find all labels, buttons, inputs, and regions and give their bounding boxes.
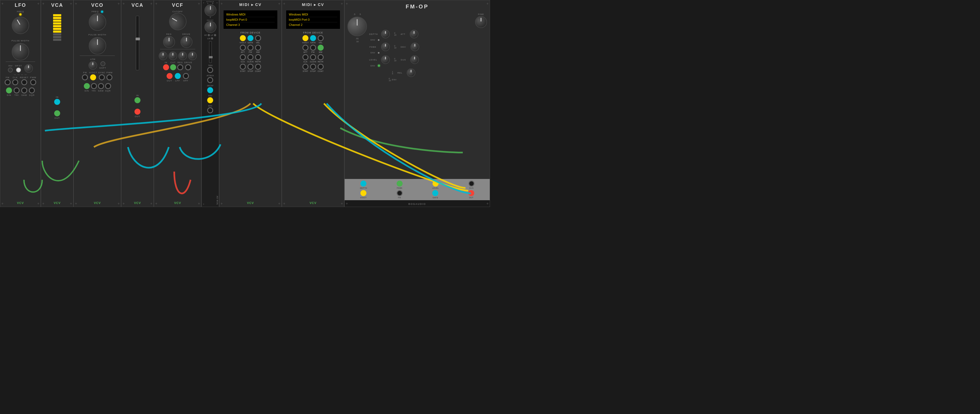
vca2-in-port[interactable] xyxy=(134,97,140,103)
adsr-trig-port[interactable] xyxy=(207,67,213,73)
fm-op-main-knob[interactable] xyxy=(347,17,367,36)
vcf-res-knob[interactable] xyxy=(163,36,175,48)
fm-op-depth-knob[interactable] xyxy=(381,30,390,38)
fm-op-out-port[interactable] xyxy=(468,190,474,196)
vco-pwm-port[interactable] xyxy=(107,74,113,80)
midi-cv2-display[interactable]: Windows MIDI loopMIDI Port 0 Channel 2 xyxy=(286,10,340,29)
lfo-fm-port[interactable] xyxy=(5,79,11,85)
midi-cv1-cont-port[interactable] xyxy=(255,64,261,70)
lfo-pwm-port[interactable] xyxy=(30,79,36,85)
midi-cv2-stop-port[interactable] xyxy=(310,64,316,70)
vcf-hpf-port[interactable] xyxy=(183,73,189,79)
adsr-eoc-port[interactable] xyxy=(207,107,213,113)
midi-cv1-clkn-port[interactable] xyxy=(247,54,253,60)
lfo-reset-port[interactable] xyxy=(21,79,27,85)
midi-cv1-retr-port[interactable] xyxy=(255,54,261,60)
adsr-attack-knob[interactable] xyxy=(204,4,216,16)
fm-op-fdbk-in-port[interactable] xyxy=(397,181,402,186)
fm-op-fine-knob[interactable] xyxy=(475,16,487,28)
midi-cv2-pw-port[interactable] xyxy=(310,45,316,51)
vcf-in-port[interactable] xyxy=(163,64,169,70)
vcf-res-atten[interactable] xyxy=(178,51,187,60)
vco-freq-knob[interactable] xyxy=(89,13,106,31)
midi-cv1-vel-port[interactable] xyxy=(255,35,261,41)
vco-fm-port[interactable] xyxy=(82,74,88,80)
lfo-tri-port[interactable] xyxy=(14,88,20,94)
adsr-decay-in-port[interactable] xyxy=(207,87,213,93)
vcf-cut-atten[interactable] xyxy=(169,51,177,60)
midi-cv2-mw-port[interactable] xyxy=(318,45,324,51)
vca2-out-port[interactable] xyxy=(134,109,140,115)
midi-cv1-gate-port[interactable] xyxy=(247,35,253,41)
lfo-output-ports: SIN TRI SAW SQR xyxy=(5,87,36,97)
vca1-in-port[interactable] xyxy=(54,99,60,105)
vco-soft-button[interactable] xyxy=(100,61,105,66)
lfo-ofst-knob[interactable] xyxy=(24,64,33,73)
vco-saw-port[interactable] xyxy=(98,83,104,89)
lfo-inv-button[interactable] xyxy=(8,68,13,72)
vcf-drive-atten[interactable] xyxy=(188,51,197,60)
adsr-env-port[interactable] xyxy=(207,97,213,103)
midi-cv2-aft-port[interactable] xyxy=(302,45,309,51)
fm-op-logo: BOGAUDIO xyxy=(408,203,426,205)
midi-cv2-logo: VCV xyxy=(310,201,317,205)
vcf-cutoff-knob[interactable] xyxy=(166,10,189,33)
adsr-decay-knob[interactable] xyxy=(204,21,216,33)
vco-sync-port[interactable] xyxy=(99,74,105,80)
lfo-freq-knob[interactable] xyxy=(8,13,32,37)
vcf-lpf-port[interactable] xyxy=(175,73,181,79)
midi-cv2-cont-port[interactable] xyxy=(318,64,324,70)
midi-cv1-display[interactable]: Windows MIDI loopMIDI Port 0 Channel 3 xyxy=(223,10,278,29)
fm-op-level-in-port[interactable] xyxy=(433,181,439,186)
vco-sin-port[interactable] xyxy=(84,83,90,89)
vcf-out-port[interactable] xyxy=(167,73,173,79)
fm-op-sus-knob[interactable] xyxy=(410,55,419,64)
vcf-in-atten[interactable] xyxy=(159,51,167,60)
fm-op-fm-in-port[interactable] xyxy=(397,190,402,196)
midi-cv2-vel-port[interactable] xyxy=(318,35,324,41)
midi-cv2-retr-port[interactable] xyxy=(318,54,324,60)
vcf-drive-knob[interactable] xyxy=(180,36,192,48)
midi-cv1-strt-port[interactable] xyxy=(240,64,246,70)
midi-cv2-strt-port[interactable] xyxy=(302,64,309,70)
adsr-attack-in-port[interactable] xyxy=(207,77,213,83)
vco-lfm-knob[interactable] xyxy=(89,61,97,70)
midi-cv1-mw-port[interactable] xyxy=(255,45,261,51)
midi-cv2-clk-port[interactable] xyxy=(302,54,309,60)
vco-voct-port[interactable] xyxy=(90,74,96,80)
vco-sqr-port[interactable] xyxy=(105,83,111,89)
vco-pw-knob[interactable] xyxy=(89,37,106,54)
midi-cv1-stop-port[interactable] xyxy=(247,64,253,70)
vca1-fader[interactable] xyxy=(52,13,62,42)
midi-cv2-title: MIDI ▸ CV xyxy=(302,0,324,8)
vcf-res-port[interactable] xyxy=(177,64,183,70)
midi-cv1-clk-port[interactable] xyxy=(240,54,246,60)
lfo-ofst-button[interactable] xyxy=(16,68,21,72)
midi-cv2-voct-port[interactable] xyxy=(302,35,309,41)
midi-cv2-from-device: FROM DEVICE xyxy=(303,31,323,34)
fm-op-voct-in-port[interactable] xyxy=(360,190,366,196)
midi-cv1-aft-port[interactable] xyxy=(240,45,246,51)
vcf-drive-port[interactable] xyxy=(185,64,191,70)
fm-op-gate-in-port[interactable] xyxy=(432,190,438,196)
midi-cv1-module: + + MIDI ▸ CV Windows MIDI loopMIDI Port… xyxy=(219,0,282,207)
fm-op-fdbk-knob[interactable] xyxy=(381,43,390,51)
fm-op-rel-knob[interactable] xyxy=(407,68,415,77)
midi-cv2-clkn-port[interactable] xyxy=(310,54,316,60)
lfo-clk-port[interactable] xyxy=(12,79,18,85)
midi-cv1-voct-port[interactable] xyxy=(240,35,246,41)
fm-op-att-knob[interactable] xyxy=(410,30,418,38)
vcf-cut-port[interactable] xyxy=(170,64,176,70)
lfo-saw-port[interactable] xyxy=(21,88,27,94)
fm-op-depth-in-port[interactable] xyxy=(360,181,366,186)
fm-op-level-knob[interactable] xyxy=(381,55,390,64)
vca1-out-port[interactable] xyxy=(54,110,60,116)
lfo-sqr-port[interactable] xyxy=(29,88,35,94)
vco-tri-port[interactable] xyxy=(91,83,97,89)
midi-cv2-gate-port[interactable] xyxy=(310,35,316,41)
fm-op-dec-knob[interactable] xyxy=(410,43,419,51)
lfo-sin-port[interactable] xyxy=(6,88,12,94)
lfo-pw-knob[interactable] xyxy=(12,43,29,61)
midi-cv1-pw-port[interactable] xyxy=(247,45,253,51)
fm-op-sus-in-port[interactable] xyxy=(468,181,474,186)
